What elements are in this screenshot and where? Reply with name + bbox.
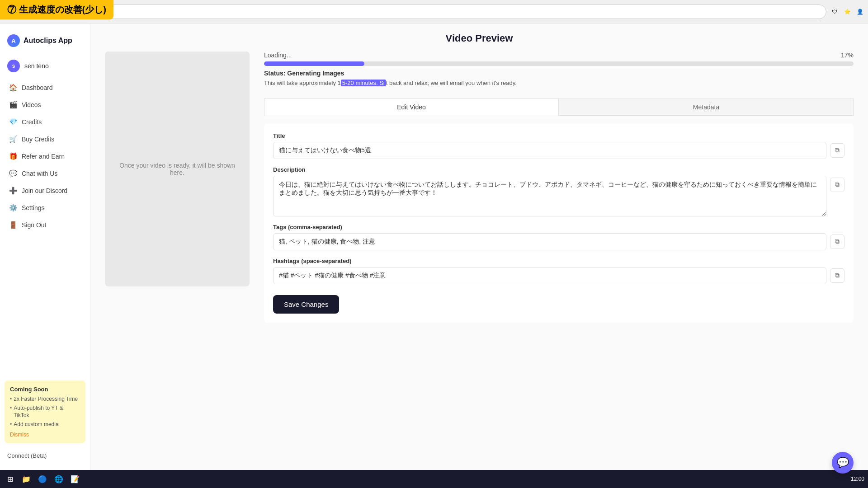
sidebar-item-label: Settings bbox=[22, 204, 45, 211]
title-label: Title bbox=[273, 132, 844, 139]
sidebar-item-credits[interactable]: 💎 Credits bbox=[4, 114, 86, 130]
sidebar: A Autoclips App s sen teno 🏠 Dashboard 🎬… bbox=[0, 23, 90, 470]
sidebar-item-signout[interactable]: 🚪 Sign Out bbox=[4, 217, 86, 233]
connect-beta-link[interactable]: Connect (Beta) bbox=[0, 449, 90, 463]
hashtags-field-group: Hashtags (space-separated) ⧉ bbox=[273, 258, 844, 284]
main-content: Video Preview Once your video is ready, … bbox=[90, 23, 868, 470]
list-item: 2x Faster Processing Time bbox=[10, 395, 80, 403]
taskbar-clock: 12:00 bbox=[851, 476, 864, 482]
description-input-row: 今日は、猫に絶対に与えてはいけない食べ物についてお話しします。チョコレート、ブド… bbox=[273, 176, 844, 216]
user-row: s sen teno bbox=[0, 56, 90, 80]
hashtags-input-row: ⧉ bbox=[273, 267, 844, 284]
description-label: Description bbox=[273, 166, 844, 173]
title-field-group: Title ⧉ bbox=[273, 132, 844, 159]
description-copy-button[interactable]: ⧉ bbox=[830, 178, 844, 192]
tab-metadata[interactable]: Metadata bbox=[559, 99, 854, 116]
title-input-row: ⧉ bbox=[273, 142, 844, 159]
tags-input[interactable] bbox=[273, 233, 826, 250]
url-bar[interactable]: autoclips.app bbox=[40, 5, 826, 19]
buy-credits-icon: 🛒 bbox=[9, 135, 17, 143]
browser-bar: ← → ↻ autoclips.app 🛡 ⭐ 👤 bbox=[0, 0, 868, 23]
signout-icon: 🚪 bbox=[9, 221, 17, 229]
hashtags-copy-button[interactable]: ⧉ bbox=[830, 268, 844, 283]
progress-section: Loading... 17% Status: Generating Images… bbox=[264, 52, 854, 95]
sidebar-nav: 🏠 Dashboard 🎬 Videos 💎 Credits 🛒 Buy Cre… bbox=[0, 80, 90, 375]
sidebar-item-videos[interactable]: 🎬 Videos bbox=[4, 97, 86, 113]
content-area: Once your video is ready, it will be sho… bbox=[90, 52, 868, 470]
sidebar-item-refer-earn[interactable]: 🎁 Refer and Earn bbox=[4, 148, 86, 164]
title-copy-button[interactable]: ⧉ bbox=[830, 143, 844, 158]
avatar: s bbox=[7, 60, 20, 72]
sidebar-item-label: Refer and Earn bbox=[22, 153, 65, 160]
sidebar-item-label: Credits bbox=[22, 118, 42, 126]
sidebar-item-label: Join our Discord bbox=[22, 187, 67, 194]
sidebar-item-label: Chat with Us bbox=[22, 170, 57, 177]
list-item: Add custom media bbox=[10, 421, 80, 428]
tags-input-row: ⧉ bbox=[273, 233, 844, 250]
browser-action-icons: 🛡 ⭐ 👤 bbox=[830, 7, 864, 16]
coming-soon-list: 2x Faster Processing Time Auto-publish t… bbox=[10, 395, 80, 428]
extension-icon-2[interactable]: ⭐ bbox=[843, 7, 852, 16]
metadata-panel: Loading... 17% Status: Generating Images… bbox=[264, 52, 854, 459]
sidebar-item-label: Videos bbox=[22, 101, 41, 108]
logo-icon: A bbox=[7, 34, 20, 47]
taskbar-notes-icon[interactable]: 📝 bbox=[69, 473, 81, 485]
chat-bubble-button[interactable]: 💬 bbox=[832, 452, 854, 474]
sidebar-item-chat[interactable]: 💬 Chat with Us bbox=[4, 165, 86, 182]
video-panel: Once your video is ready, it will be sho… bbox=[105, 52, 250, 459]
form-section: Title ⧉ Description 今日は、猫に絶対に与えてはいけない食べ物… bbox=[264, 123, 854, 323]
videos-icon: 🎬 bbox=[9, 101, 17, 109]
taskbar-browser-icon[interactable]: 🌐 bbox=[52, 473, 65, 485]
tags-copy-button[interactable]: ⧉ bbox=[830, 235, 844, 249]
app-container: A Autoclips App s sen teno 🏠 Dashboard 🎬… bbox=[0, 23, 868, 470]
taskbar-right: 12:00 bbox=[851, 476, 864, 482]
tabs: Edit Video Metadata bbox=[264, 99, 854, 116]
sidebar-item-label: Buy Credits bbox=[22, 136, 54, 143]
coming-soon-box: Coming Soon 2x Faster Processing Time Au… bbox=[5, 380, 85, 443]
dismiss-button[interactable]: Dismiss bbox=[10, 430, 29, 438]
description-textarea[interactable]: 今日は、猫に絶対に与えてはいけない食べ物についてお話しします。チョコレート、ブド… bbox=[273, 176, 826, 216]
chat-icon: 💬 bbox=[9, 169, 17, 178]
settings-icon: ⚙️ bbox=[9, 204, 17, 212]
sidebar-item-dashboard[interactable]: 🏠 Dashboard bbox=[4, 80, 86, 96]
tab-edit-video[interactable]: Edit Video bbox=[264, 99, 559, 116]
sidebar-item-settings[interactable]: ⚙️ Settings bbox=[4, 200, 86, 216]
notification-banner: ⑦ 生成速度の改善(少し) bbox=[0, 0, 113, 19]
taskbar-explorer-icon[interactable]: 📁 bbox=[20, 473, 33, 485]
extension-icon-1[interactable]: 🛡 bbox=[830, 7, 839, 16]
status-label: Status: Generating Images bbox=[264, 70, 854, 77]
save-changes-button[interactable]: Save Changes bbox=[273, 295, 339, 314]
sidebar-item-discord[interactable]: ➕ Join our Discord bbox=[4, 183, 86, 199]
credits-icon: 💎 bbox=[9, 118, 17, 126]
progress-bar-fill bbox=[264, 61, 364, 66]
video-placeholder: Once your video is ready, it will be sho… bbox=[105, 52, 250, 286]
hashtags-label: Hashtags (space-separated) bbox=[273, 258, 844, 264]
extension-icon-3[interactable]: 👤 bbox=[855, 7, 864, 16]
logo-label: Autoclips App bbox=[24, 37, 72, 45]
dashboard-icon: 🏠 bbox=[9, 84, 17, 92]
status-info: This will take approximately 15-20 minut… bbox=[264, 79, 854, 88]
hashtags-input[interactable] bbox=[273, 267, 826, 284]
progress-top: Loading... 17% bbox=[264, 52, 854, 59]
tags-label: Tags (comma-separated) bbox=[273, 224, 844, 230]
discord-icon: ➕ bbox=[9, 187, 17, 195]
taskbar-start-icon[interactable]: ⊞ bbox=[4, 473, 16, 485]
app-logo: A Autoclips App bbox=[0, 31, 90, 56]
sidebar-item-buy-credits[interactable]: 🛒 Buy Credits bbox=[4, 131, 86, 147]
refer-earn-icon: 🎁 bbox=[9, 152, 17, 160]
tags-field-group: Tags (comma-separated) ⧉ bbox=[273, 224, 844, 250]
coming-soon-title: Coming Soon bbox=[10, 386, 80, 393]
sidebar-item-label: Sign Out bbox=[22, 221, 46, 229]
description-field-group: Description 今日は、猫に絶対に与えてはいけない食べ物についてお話しし… bbox=[273, 166, 844, 216]
list-item: Auto-publish to YT & TikTok bbox=[10, 404, 80, 420]
sidebar-item-label: Dashboard bbox=[22, 84, 53, 91]
page-title: Video Preview bbox=[90, 23, 868, 52]
taskbar-vscode-icon[interactable]: 🔵 bbox=[36, 473, 49, 485]
username: sen teno bbox=[24, 62, 49, 70]
progress-bar-container bbox=[264, 61, 854, 66]
taskbar: ⊞ 📁 🔵 🌐 📝 12:00 bbox=[0, 470, 868, 488]
progress-percent: 17% bbox=[841, 52, 854, 59]
title-input[interactable] bbox=[273, 142, 826, 159]
loading-label: Loading... bbox=[264, 52, 292, 59]
